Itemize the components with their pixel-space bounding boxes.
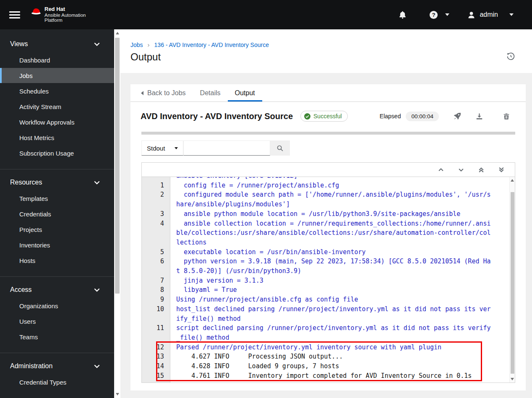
top-navbar: Red Hat Ansible Automation Platform ? ad… [0, 0, 532, 29]
breadcrumb-job-link[interactable]: 136 - AVD Inventory - AVD Inventory Sour… [154, 42, 269, 48]
tab-back-to-jobs[interactable]: Back to Jobs [134, 84, 193, 101]
scrollbar-down-arrow-icon[interactable] [116, 393, 119, 395]
sidebar-group-label: Resources [10, 179, 42, 186]
log-line-number: 1 [142, 181, 170, 190]
scroll-to-top-icon[interactable] [471, 163, 491, 177]
log-line-text: executable location = /usr/bin/ansible-i… [170, 247, 493, 257]
log-line-text: script declined parsing /runner/project/… [170, 323, 493, 342]
sidebar-item-hosts[interactable]: Hosts [0, 253, 114, 268]
sidebar-group-toggle-views[interactable]: Views [0, 37, 114, 52]
sidebar-item-organizations[interactable]: Organizations [0, 298, 114, 313]
log-line-number [142, 177, 170, 181]
scrollbar-down-arrow-icon[interactable] [511, 378, 514, 380]
sidebar-item-inventories[interactable]: Inventories [0, 237, 114, 252]
sidebar-item-credential-types[interactable]: Credential Types [0, 375, 114, 390]
scroll-to-bottom-icon[interactable] [491, 163, 511, 177]
job-output-card: Back to Jobs Details Output AVD Inventor… [130, 84, 526, 390]
scrollbar-up-arrow-icon[interactable] [116, 32, 119, 34]
elapsed-label: Elapsed [380, 113, 401, 120]
log-line-text: 4.761 INFO Inventory import completed fo… [170, 371, 493, 381]
chevron-down-icon [94, 364, 100, 368]
sidebar-item-templates[interactable]: Templates [0, 191, 114, 206]
delete-trash-icon[interactable] [503, 112, 510, 120]
sidebar-group-label: Administration [10, 362, 52, 370]
log-line: 13 4.627 INFO Processing JSON output... [142, 352, 515, 362]
user-menu[interactable]: admin [467, 10, 514, 19]
log-line: 15 4.761 INFO Inventory import completed… [142, 371, 515, 381]
log-line-number: 5 [142, 247, 170, 257]
job-header: AVD Inventory - AVD Inventory Source Suc… [130, 102, 526, 127]
sidebar-item-subscription-usage[interactable]: Subscription Usage [0, 146, 114, 161]
log-line-text: config file = /runner/project/ansible.cf… [170, 181, 493, 190]
log-line: 6 python version = 3.9.18 (main, Sep 22 … [142, 257, 515, 276]
main-content: Jobs › 136 - AVD Inventory - AVD Invento… [120, 29, 532, 398]
sidebar-item-jobs[interactable]: Jobs [0, 68, 114, 83]
brand-line2: Platform [44, 18, 86, 23]
log-line: 4 ansible collection location = /runner/… [142, 219, 515, 247]
log-line: 14 4.628 INFO Loaded 9 groups, 7 hosts [142, 362, 515, 371]
log-line: 2 configured module search path = ['/hom… [142, 190, 515, 209]
log-line: 12Parsed /runner/project/inventory.yml i… [142, 343, 515, 352]
log-line: 1 config file = /runner/project/ansible.… [142, 181, 515, 190]
sidebar-item-projects[interactable]: Projects [0, 222, 114, 237]
log-line-text: host_list declined parsing /runner/proje… [170, 304, 493, 323]
user-menu-caret-icon[interactable] [509, 13, 514, 16]
help-question-icon[interactable]: ? [429, 10, 438, 20]
log-line-number: 3 [142, 209, 170, 219]
sidebar-item-workflow-approvals[interactable]: Workflow Approvals [0, 114, 114, 130]
log-line: ansible-inventory [core 2.15.12] [142, 177, 515, 181]
log-pane-toolbar [142, 163, 515, 177]
breadcrumb-separator-icon: › [148, 41, 150, 48]
sidebar-item-dashboard[interactable]: Dashboard [0, 52, 114, 68]
log-scrollbar-thumb[interactable] [511, 192, 514, 374]
sidebar-item-users[interactable]: Users [0, 314, 114, 329]
sidebar-scrollbar-thumb[interactable] [115, 38, 120, 294]
svg-text:?: ? [432, 12, 436, 18]
tabs-bar: Back to Jobs Details Output [130, 84, 526, 102]
sidebar-item-activity-stream[interactable]: Activity Stream [0, 99, 114, 114]
log-line-number: 11 [142, 323, 170, 342]
relaunch-rocket-icon[interactable] [453, 112, 462, 120]
history-icon[interactable] [506, 52, 515, 62]
stdout-filter-select[interactable]: Stdout [141, 140, 183, 156]
breadcrumb-jobs-link[interactable]: Jobs [130, 42, 143, 48]
tab-output[interactable]: Output [228, 84, 262, 101]
log-line-text: configured module search path = ['/home/… [170, 190, 493, 209]
download-icon[interactable] [475, 112, 483, 120]
product-logo: Red Hat Ansible Automation Platform [31, 7, 86, 23]
scroll-previous-icon[interactable] [431, 163, 451, 177]
sidebar-item-credentials[interactable]: Credentials [0, 206, 114, 221]
page-title: Output [130, 51, 161, 63]
sidebar-item-host-metrics[interactable]: Host Metrics [0, 130, 114, 145]
sidebar-group-toggle-access[interactable]: Access [0, 283, 114, 298]
scrollbar-up-arrow-icon[interactable] [511, 179, 514, 182]
hamburger-menu-icon[interactable] [9, 10, 20, 20]
tab-details[interactable]: Details [193, 84, 228, 101]
search-icon [276, 145, 284, 152]
log-line-number: 15 [142, 371, 170, 381]
sidebar-scrollbar[interactable] [114, 29, 120, 398]
log-line-number: 9 [142, 295, 170, 304]
log-line-number: 6 [142, 257, 170, 276]
username-label: admin [480, 11, 498, 18]
log-scrollbar[interactable] [509, 177, 515, 382]
sidebar-item-schedules[interactable]: Schedules [0, 83, 114, 99]
sidebar-group-label: Views [10, 40, 28, 48]
log-line-text: ansible python module location = /usr/li… [170, 209, 493, 219]
sidebar-item-teams[interactable]: Teams [0, 329, 114, 344]
search-input[interactable] [183, 140, 270, 156]
log-line: 3 ansible python module location = /usr/… [142, 209, 515, 219]
log-filler [142, 380, 515, 382]
redhat-fedora-icon [31, 8, 42, 15]
log-line-text: 4.628 INFO Loaded 9 groups, 7 hosts [170, 362, 493, 371]
sidebar-group-toggle-resources[interactable]: Resources [0, 175, 114, 190]
sidebar-group-toggle-administration[interactable]: Administration [0, 359, 114, 374]
search-button[interactable] [270, 140, 290, 156]
sidebar-nav: ViewsDashboardJobsSchedulesActivity Stre… [0, 29, 114, 398]
notifications-bell-icon[interactable] [398, 10, 407, 19]
scroll-next-icon[interactable] [451, 163, 471, 177]
help-menu-caret-icon[interactable] [445, 13, 449, 16]
log-body: ansible-inventory [core 2.15.12]1 config… [142, 177, 515, 382]
log-line-number: 8 [142, 285, 170, 295]
sidebar-group-views: ViewsDashboardJobsSchedulesActivity Stre… [0, 29, 114, 165]
